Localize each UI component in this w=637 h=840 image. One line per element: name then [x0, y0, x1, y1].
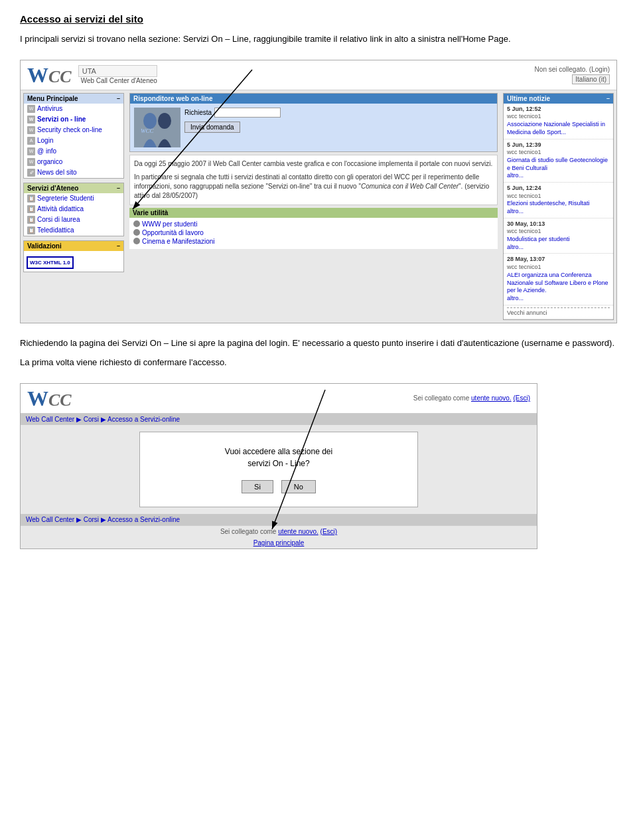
- right-column: Ultime notizie – 5 Jun, 12:52 wcc tecnic…: [500, 90, 616, 323]
- varie-link-opportunita[interactable]: Opportunità di lavoro: [133, 229, 494, 236]
- wcc-logo: W CC: [27, 64, 72, 86]
- attivita-icon: 📋: [27, 205, 35, 213]
- page-title: Accesso ai servizi del sito: [20, 13, 617, 25]
- screenshot1-wrapper: W CC UTA Web Call Center d'Ateneo Non se…: [20, 60, 617, 324]
- intro-text: I principali servizi si trovano nella se…: [20, 33, 617, 46]
- left-column: Menu Principale – W Antivirus W Servizi …: [21, 90, 127, 323]
- no-button[interactable]: No: [281, 480, 316, 493]
- menu-servizi-online[interactable]: W Servizi on - line: [24, 114, 123, 125]
- invia-button[interactable]: Invia domanda: [184, 122, 240, 133]
- risponditore-graphic: WCC: [134, 108, 180, 147]
- risponditore-logo: WCC: [134, 108, 180, 147]
- top-right-status: Non sei collegato. (Login) Italiano (it): [535, 66, 610, 84]
- middle-text: Richiedendo la pagina dei Servizi On – L…: [20, 337, 617, 370]
- menu-segreterie[interactable]: 📋 Segreterie Studenti: [24, 193, 123, 204]
- risponditore-body: WCC Richiesta Invia domanda: [130, 104, 497, 151]
- risponditore-header: Risponditore web on-line: [130, 94, 497, 104]
- varie-link-cinema[interactable]: Cinema e Manifestazioni: [133, 238, 494, 245]
- news-item-4: 28 May, 13:07 wcc tecnico1 ALEI organizz…: [504, 254, 613, 305]
- varie-icon-cinema: [133, 238, 140, 244]
- wcc2-modal-text: Vuoi accedere alla sezione dei servizi O…: [153, 446, 404, 469]
- menu-principale-box: Menu Principale – W Antivirus W Servizi …: [23, 93, 124, 179]
- wcc2-modal: Vuoi accedere alla sezione dei servizi O…: [139, 432, 418, 507]
- richiesta-label: Richiesta: [184, 109, 212, 116]
- center-column: Risponditore web on-line: [127, 90, 500, 323]
- antivirus-icon: W: [27, 105, 35, 113]
- validazioni-header: Validazioni –: [24, 241, 123, 251]
- si-button[interactable]: Si: [242, 480, 273, 493]
- menu-attivita[interactable]: 📋 Attività didattica: [24, 204, 123, 214]
- logo-w: W: [27, 64, 48, 86]
- center-text-para1: Da oggi 25 maggio 2007 il Web Call Cente…: [134, 159, 493, 169]
- servizi-ateneo-box: Servizi d'Ateneo – 📋 Segreterie Studenti…: [23, 183, 124, 236]
- page-wrapper: Accesso ai servizi del sito I principali…: [0, 0, 637, 562]
- menu-antivirus[interactable]: W Antivirus: [24, 104, 123, 114]
- varie-box: Varie utilità WWW per studenti Opportuni…: [129, 208, 498, 249]
- login-icon: A: [27, 137, 35, 145]
- varie-icon-opportunita: [133, 229, 140, 236]
- richiesta-input[interactable]: [214, 108, 281, 118]
- news-item-5: Vecchi annunci: [504, 305, 613, 320]
- svg-point-3: [158, 113, 171, 129]
- varie-link-www[interactable]: WWW per studenti: [133, 220, 494, 228]
- menu-security-check[interactable]: W Security check on-line: [24, 125, 123, 135]
- wcc2-footer-breadcrumb[interactable]: Web Call Center ▶ Corsi ▶ Accesso a Serv…: [21, 514, 537, 525]
- language-selector[interactable]: Italiano (it): [572, 74, 610, 84]
- screenshot1: W CC UTA Web Call Center d'Ateneo Non se…: [20, 60, 617, 324]
- wcc2-breadcrumb[interactable]: Web Call Center ▶ Corsi ▶ Accesso a Serv…: [21, 414, 537, 425]
- menu-teledidattica[interactable]: 📋 Teledidattica: [24, 225, 123, 236]
- wcc2-bottom-bar: Sei collegato come utente nuovo. (Esci): [21, 525, 537, 537]
- wcc-header: W CC UTA Web Call Center d'Ateneo Non se…: [21, 60, 616, 90]
- richiesta-row: Richiesta: [184, 108, 493, 118]
- xhtml-badge-area: W3C XHTML 1.0: [24, 254, 123, 272]
- news-item-0: 5 Jun, 12:52 wcc tecnico1 Associazione N…: [504, 104, 613, 139]
- segreterie-icon: 📋: [27, 195, 35, 203]
- center-text-para2: In particolare si segnala che tutti i se…: [134, 173, 493, 201]
- svg-point-2: [143, 113, 157, 129]
- menu-news[interactable]: 🗞 News del sito: [24, 167, 123, 178]
- news-box: Ultime notizie – 5 Jun, 12:52 wcc tecnic…: [503, 93, 614, 321]
- risponditore-box: Risponditore web on-line: [129, 93, 498, 152]
- wcc2-logo: W CC: [27, 388, 72, 409]
- security-icon: W: [27, 126, 35, 134]
- news-item-1: 5 Jun, 12:39 wcc tecnico1 Giornata di st…: [504, 139, 613, 183]
- xhtml-badge[interactable]: W3C XHTML 1.0: [27, 256, 74, 269]
- logo-area: W CC UTA Web Call Center d'Ateneo: [27, 64, 157, 86]
- varie-icon-www: [133, 220, 140, 227]
- logo-cc: CC: [48, 68, 72, 86]
- screenshot2: W CC Sei collegato come utente nuovo. (E…: [20, 383, 537, 549]
- logo-subtitle: Web Call Center d'Ateneo: [81, 77, 157, 84]
- wcc2-modal-buttons: Si No: [153, 480, 404, 493]
- varie-header: Varie utilità: [129, 208, 498, 218]
- servizi-icon: W: [27, 116, 35, 124]
- wcc2-status: Sei collegato come utente nuovo. (Esci): [413, 394, 530, 402]
- info-icon: W: [27, 147, 35, 155]
- news-item-2: 5 Jun, 12:24 wcc tecnico1 Elezioni stude…: [504, 183, 613, 218]
- wcc2-header: W CC Sei collegato come utente nuovo. (E…: [21, 384, 537, 414]
- menu-corsi[interactable]: 📋 Corsi di laurea: [24, 214, 123, 225]
- menu-info[interactable]: W @ info: [24, 146, 123, 157]
- wcc2-logo-cc: CC: [48, 392, 72, 409]
- menu-principale-header: Menu Principale –: [24, 94, 123, 104]
- validazioni-box: Validazioni – W3C XHTML 1.0: [23, 240, 124, 272]
- varie-body: WWW per studenti Opportunità di lavoro C…: [129, 218, 498, 249]
- risponditore-form: Richiesta Invia domanda: [184, 108, 493, 147]
- wcc2-body: Vuoi accedere alla sezione dei servizi O…: [21, 425, 537, 514]
- wcc2-logo-w: W: [27, 388, 48, 409]
- uta-label: UTA: [78, 65, 157, 77]
- svg-text:WCC: WCC: [141, 127, 155, 134]
- menu-login[interactable]: A Login: [24, 135, 123, 146]
- servizi-ateneo-header: Servizi d'Ateneo –: [24, 183, 123, 193]
- center-text-box: Da oggi 25 maggio 2007 il Web Call Cente…: [129, 155, 498, 205]
- menu-organico[interactable]: W organico: [24, 157, 123, 167]
- not-logged-text: Non sei collegato. (Login): [535, 66, 610, 73]
- corsi-icon: 📋: [27, 216, 35, 224]
- organico-icon: W: [27, 158, 35, 166]
- logo-sub-area: UTA Web Call Center d'Ateneo: [78, 65, 157, 86]
- news-header: Ultime notizie –: [504, 94, 613, 104]
- teledidattica-icon: 📋: [27, 226, 35, 234]
- wcc-body: Menu Principale – W Antivirus W Servizi …: [21, 90, 616, 323]
- screenshot2-wrapper: W CC Sei collegato come utente nuovo. (E…: [20, 383, 617, 549]
- pagina-principale-link[interactable]: Pagina principale: [21, 537, 537, 548]
- news-icon: 🗞: [27, 169, 35, 177]
